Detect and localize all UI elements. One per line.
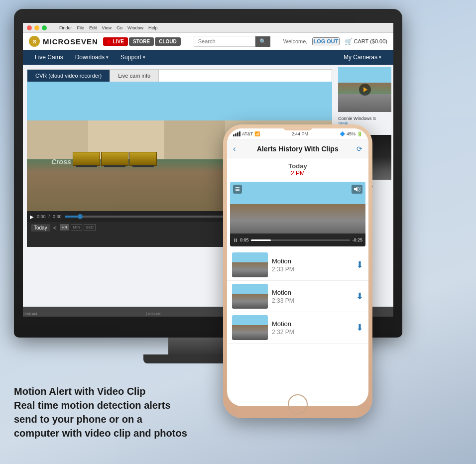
- timeline-back-button[interactable]: <: [53, 225, 57, 232]
- search-area: 🔍: [194, 36, 270, 47]
- bottom-line-2: Real time motion detection alerts: [14, 398, 187, 412]
- phone-progress-bar[interactable]: [251, 239, 351, 241]
- train-car-2: [101, 152, 128, 166]
- bluetooth-icon: 🔷: [340, 131, 345, 136]
- top-bar: ⊙ MICROSEVEN LIVE STORE CLOUD 🔍: [23, 33, 393, 50]
- nav-live[interactable]: LIVE: [103, 37, 128, 46]
- video-time-current: 0:00: [37, 214, 46, 219]
- menu-help[interactable]: Help: [148, 25, 158, 30]
- phone-refresh-button[interactable]: ⟳: [357, 145, 362, 153]
- clip-time-1: 2:33 PM: [272, 266, 352, 273]
- phone-home-button[interactable]: [288, 394, 308, 414]
- nav-cloud[interactable]: CLOUD: [155, 37, 181, 46]
- menu-finder[interactable]: Finder: [59, 25, 72, 30]
- mac-titlebar: Finder File Edit View Go Window Help: [23, 23, 393, 33]
- phone-date-section: Today 2 PM: [227, 158, 368, 179]
- menu-window[interactable]: Window: [127, 25, 143, 30]
- clip-download-button-1[interactable]: ⬇: [356, 259, 363, 270]
- nav-item-downloads[interactable]: Downloads ▾: [69, 50, 115, 65]
- phone-time-label: 2 PM: [233, 170, 362, 177]
- train-car-3: [129, 152, 157, 166]
- search-input[interactable]: [194, 36, 255, 47]
- phone-video-sound-icon[interactable]: [352, 185, 362, 194]
- timeline-units: HR MIN SEC: [60, 224, 96, 231]
- menu-view[interactable]: View: [102, 25, 112, 30]
- phone-clock: 2:44 PM: [291, 131, 308, 136]
- video-time-total: 0:30: [53, 214, 62, 219]
- bottom-line-4: computer with video clip and photos: [14, 426, 187, 440]
- signal-bar-1: [233, 134, 235, 136]
- tabs-bar: CVR (cloud video recorder) Live cam info: [27, 69, 332, 82]
- wifi-icon: 📶: [254, 131, 260, 136]
- clip-thumbnail-2: [232, 284, 268, 309]
- video-time-separator: /: [49, 214, 50, 219]
- phone-date-label: Today: [233, 162, 362, 170]
- phone-video-settings-icon[interactable]: [233, 185, 242, 194]
- site-header: ⊙ MICROSEVEN LIVE STORE CLOUD 🔍: [23, 33, 393, 65]
- status-right: 🔷 45% 🔋: [340, 131, 362, 136]
- phone-screen: AT&T 📶 2:44 PM 🔷 45% 🔋 ‹ Alerts History …: [227, 128, 368, 406]
- phone-video-controls: ⏸ 0:05 -0:25: [230, 233, 365, 246]
- mac-close-dot[interactable]: [27, 25, 32, 30]
- logo-area: ⊙ MICROSEVEN LIVE STORE CLOUD: [29, 36, 181, 47]
- nav-item-mycameras[interactable]: My Cameras ▾: [338, 50, 387, 65]
- bottom-line-1: Motion Alert with Video Clip: [14, 384, 187, 398]
- phone-clip-list: Motion 2:33 PM ⬇ Motion 2:33 PM ⬇: [227, 249, 368, 344]
- phone-progress-fill: [251, 239, 271, 241]
- mac-minimize-dot[interactable]: [34, 25, 39, 30]
- main-nav: Live Cams Downloads ▾ Support ▾ My Camer…: [23, 50, 393, 65]
- search-button[interactable]: 🔍: [255, 36, 270, 47]
- video-progress-dot[interactable]: [78, 214, 83, 219]
- phone-play-pause-button[interactable]: ⏸: [233, 237, 238, 243]
- menu-edit[interactable]: Edit: [89, 25, 97, 30]
- video-train: [73, 152, 157, 166]
- unit-hr[interactable]: HR: [60, 224, 70, 231]
- logout-button[interactable]: LOG OUT: [312, 37, 339, 45]
- mac-maximize-dot[interactable]: [42, 25, 47, 30]
- timeline-mark-1: 3:00 AM: [23, 312, 146, 316]
- menu-go[interactable]: Go: [117, 25, 122, 30]
- phone-time-remaining: -0:25: [352, 237, 362, 242]
- list-item[interactable]: Motion 2:32 PM ⬇: [227, 312, 368, 344]
- phone: AT&T 📶 2:44 PM 🔷 45% 🔋 ‹ Alerts History …: [223, 124, 372, 418]
- bottom-line-3: send to your phone or on a: [14, 412, 187, 426]
- phone-video-player[interactable]: ⏸ 0:05 -0:25: [230, 182, 365, 246]
- clip-thumbnail-3: [232, 315, 268, 340]
- play-icon-1: [363, 87, 367, 92]
- bottom-description: Motion Alert with Video Clip Real time m…: [14, 384, 187, 440]
- menu-file[interactable]: File: [77, 25, 85, 30]
- cam-thumb-1[interactable]: [338, 67, 391, 112]
- cart-area[interactable]: 🛒 CART ($0.00): [345, 38, 387, 45]
- unit-sec[interactable]: SEC: [84, 224, 96, 231]
- welcome-text: Welcome,: [283, 38, 308, 44]
- clip-label-3: Motion: [272, 320, 352, 328]
- clip-download-button-3[interactable]: ⬇: [356, 322, 363, 333]
- clip-info-2: Motion 2:33 PM: [272, 289, 352, 304]
- unit-min[interactable]: MIN: [71, 224, 82, 231]
- clip-download-button-2[interactable]: ⬇: [356, 291, 363, 302]
- logo-text: MICROSEVEN: [43, 37, 98, 46]
- battery-label: 45%: [347, 131, 356, 136]
- list-item[interactable]: Motion 2:33 PM ⬇: [227, 249, 368, 281]
- mac-menubar: Finder File Edit View Go Window Help: [59, 25, 157, 30]
- logo-icon: ⊙: [29, 36, 40, 47]
- nav-item-livecams[interactable]: Live Cams: [29, 50, 69, 65]
- play-overlay-1[interactable]: [359, 84, 371, 96]
- video-graffiti: Cross: [51, 158, 71, 166]
- phone-nav-bar: ‹ Alerts History With Clips ⟳: [227, 139, 368, 158]
- signal-bars: [233, 131, 240, 136]
- tab-cvr[interactable]: CVR (cloud video recorder): [27, 70, 110, 82]
- nav-item-support[interactable]: Support ▾: [115, 50, 151, 65]
- tab-livecaminfo[interactable]: Live cam info: [110, 70, 159, 82]
- clip-label-1: Motion: [272, 257, 352, 265]
- video-progress-fill: [65, 216, 78, 218]
- phone-time-current: 0:05: [240, 237, 249, 242]
- phone-back-button[interactable]: ‹: [233, 144, 236, 153]
- play-button[interactable]: ▶: [30, 214, 34, 220]
- carrier-label: AT&T: [242, 131, 253, 136]
- list-item[interactable]: Motion 2:33 PM ⬇: [227, 281, 368, 312]
- nav-store[interactable]: STORE: [129, 37, 154, 46]
- clip-thumbnail-1: [232, 252, 268, 277]
- nav-pills: LIVE STORE CLOUD: [103, 37, 181, 46]
- signal-bar-2: [235, 133, 237, 136]
